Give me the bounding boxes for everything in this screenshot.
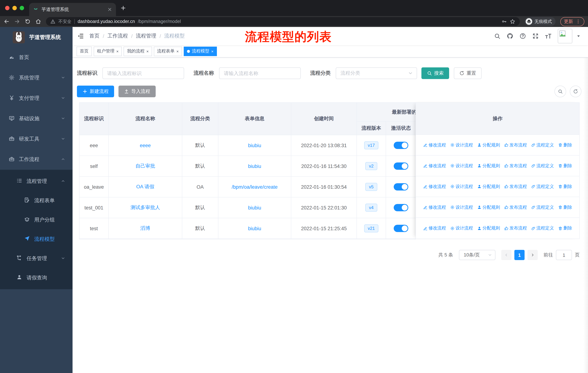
action-修改流程[interactable]: 修改流程 — [423, 204, 446, 210]
action-设计流程[interactable]: 设计流程 — [450, 183, 473, 190]
sidebar-item-任务管理[interactable]: 任务管理 — [0, 249, 73, 268]
process-name-link[interactable]: eeee — [140, 143, 151, 148]
toggle-search-button[interactable] — [555, 86, 566, 97]
back-icon[interactable] — [4, 19, 10, 24]
active-toggle[interactable] — [394, 142, 408, 149]
browser-tab[interactable]: 芋道管理系统 — [29, 3, 116, 16]
browser-update-button[interactable]: 更新 — [560, 17, 584, 26]
action-删除[interactable]: 删除 — [558, 142, 572, 148]
action-发布流程[interactable]: 发布流程 — [504, 163, 527, 169]
category-select[interactable]: 流程分类 — [336, 67, 417, 79]
home-icon[interactable] — [35, 19, 41, 24]
action-设计流程[interactable]: 设计流程 — [450, 225, 473, 231]
action-修改流程[interactable]: 修改流程 — [423, 183, 446, 190]
action-发布流程[interactable]: 发布流程 — [504, 225, 527, 231]
zoom-window-button[interactable] — [20, 6, 24, 10]
process-key-input[interactable] — [102, 67, 184, 79]
action-修改流程[interactable]: 修改流程 — [423, 225, 446, 231]
breadcrumb-item[interactable]: 流程模型 — [164, 33, 185, 39]
action-删除[interactable]: 删除 — [558, 204, 572, 210]
action-发布流程[interactable]: 发布流程 — [504, 204, 527, 210]
sidebar-item-系统管理[interactable]: 系统管理 — [0, 68, 73, 88]
create-process-button[interactable]: 新建流程 — [77, 86, 114, 97]
github-icon[interactable] — [507, 33, 513, 39]
process-name-input[interactable] — [219, 67, 301, 79]
sidebar-item-用户分组[interactable]: 用户分组 — [0, 210, 73, 230]
version-badge[interactable]: v21 — [364, 224, 378, 232]
close-window-button[interactable] — [5, 6, 10, 10]
action-分配规则[interactable]: 分配规则 — [477, 163, 500, 169]
sidebar-item-流程管理[interactable]: 流程管理 — [0, 171, 73, 191]
action-流程定义[interactable]: 流程定义 — [531, 183, 554, 190]
sidebar-item-请假查询[interactable]: 请假查询 — [0, 268, 73, 287]
security-label[interactable]: 不安全 — [58, 18, 72, 25]
active-toggle[interactable] — [394, 162, 408, 170]
forward-icon[interactable] — [14, 19, 20, 24]
star-icon[interactable] — [510, 19, 515, 24]
user-avatar[interactable] — [558, 29, 572, 43]
breadcrumb-item[interactable]: 流程管理 — [136, 33, 156, 39]
active-toggle[interactable] — [394, 204, 408, 211]
action-分配规则[interactable]: 分配规则 — [477, 183, 500, 190]
form-info-link[interactable]: biubiu — [248, 163, 261, 169]
form-info-link[interactable]: biubiu — [248, 143, 261, 148]
sidebar-item-流程模型[interactable]: 流程模型 — [0, 230, 73, 249]
process-name-link[interactable]: OA 请假 — [136, 184, 154, 190]
version-badge[interactable]: v4 — [365, 204, 377, 212]
tag-首页[interactable]: 首页 — [77, 46, 92, 56]
form-info-link[interactable]: biubiu — [248, 226, 261, 231]
fullscreen-icon[interactable] — [532, 33, 539, 39]
address-bar[interactable]: 不安全 dashboard.yudao.iocoder.cn/bpm/manag… — [46, 17, 520, 26]
action-分配规则[interactable]: 分配规则 — [477, 142, 500, 148]
process-name-link[interactable]: 滔博 — [140, 225, 150, 232]
action-删除[interactable]: 删除 — [558, 163, 572, 169]
prev-page-button[interactable] — [501, 250, 511, 260]
process-name-link[interactable]: 测试多审批人 — [130, 204, 160, 211]
action-设计流程[interactable]: 设计流程 — [450, 142, 473, 148]
action-修改流程[interactable]: 修改流程 — [423, 163, 446, 169]
sidebar-item-基础设施[interactable]: 基础设施 — [0, 109, 73, 129]
key-icon[interactable] — [502, 19, 507, 24]
action-流程定义[interactable]: 流程定义 — [531, 204, 554, 210]
search-button[interactable]: 搜索 — [421, 67, 449, 79]
next-page-button[interactable] — [527, 250, 538, 260]
search-icon[interactable] — [494, 33, 501, 39]
action-分配规则[interactable]: 分配规则 — [477, 225, 500, 231]
action-流程定义[interactable]: 流程定义 — [531, 225, 554, 231]
active-toggle[interactable] — [394, 225, 408, 232]
tag-租户管理[interactable]: 租户管理× — [94, 46, 122, 56]
tag-close-icon[interactable]: × — [177, 49, 179, 53]
page-size-select[interactable]: 10条/页 — [459, 250, 495, 260]
version-badge[interactable]: v5 — [365, 183, 377, 191]
process-name-link[interactable]: 自己审批 — [136, 163, 155, 169]
tag-close-icon[interactable]: × — [211, 49, 214, 53]
action-设计流程[interactable]: 设计流程 — [450, 204, 473, 210]
tag-close-icon[interactable]: × — [116, 49, 119, 53]
current-page-button[interactable]: 1 — [514, 250, 525, 260]
tag-流程表单[interactable]: 流程表单× — [154, 46, 182, 56]
reload-icon[interactable] — [25, 19, 31, 24]
sidebar-item-支付管理[interactable]: 支付管理 — [0, 88, 73, 109]
sidebar-item-首页[interactable]: 首页 — [0, 47, 73, 68]
tab-close-icon[interactable] — [107, 7, 112, 12]
action-设计流程[interactable]: 设计流程 — [450, 163, 473, 169]
action-删除[interactable]: 删除 — [558, 225, 572, 231]
font-size-icon[interactable] — [545, 33, 552, 39]
form-info-link[interactable]: /bpm/oa/leave/create — [232, 184, 278, 190]
reset-button[interactable]: 重置 — [454, 67, 482, 79]
sidebar-item-研发工具[interactable]: 研发工具 — [0, 129, 73, 149]
new-tab-button[interactable] — [120, 5, 126, 11]
refresh-table-button[interactable] — [570, 86, 581, 97]
version-badge[interactable]: v2 — [365, 162, 377, 170]
action-修改流程[interactable]: 修改流程 — [423, 142, 446, 148]
version-badge[interactable]: v17 — [364, 141, 378, 150]
active-toggle[interactable] — [394, 183, 408, 191]
action-发布流程[interactable]: 发布流程 — [504, 142, 527, 148]
import-process-button[interactable]: 导入流程 — [118, 86, 156, 97]
tag-流程模型[interactable]: 流程模型× — [184, 46, 217, 56]
browser-menu-icon[interactable] — [576, 19, 581, 24]
action-流程定义[interactable]: 流程定义 — [531, 142, 554, 148]
form-info-link[interactable]: biubiu — [248, 205, 261, 210]
sidebar-item-工作流程[interactable]: 工作流程 — [0, 149, 73, 170]
hamburger-icon[interactable] — [77, 33, 84, 39]
